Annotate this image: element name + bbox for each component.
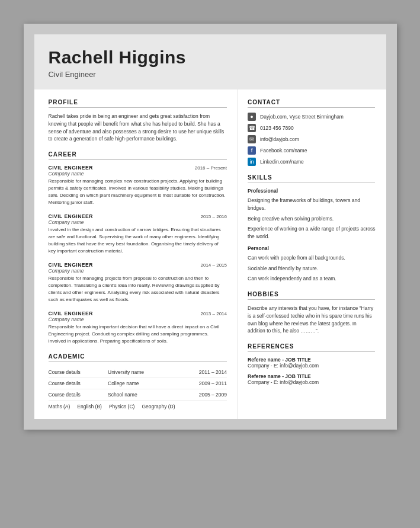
job-header-3: CIVIL ENGINEER 2014 – 2015 bbox=[49, 262, 227, 268]
contact-section-title: CONTACT bbox=[248, 99, 375, 108]
references-section-title: REFERENCES bbox=[248, 343, 375, 352]
skill-personal-3: Can work independently and as a team. bbox=[248, 275, 375, 283]
job-header-2: CIVIL ENGINEER 2015 – 2016 bbox=[49, 213, 227, 219]
job-company-2: Company name bbox=[49, 219, 227, 225]
contact-text-4: Facebook.com/name bbox=[260, 148, 307, 153]
contact-text-1: Dayjob.com, Vyse Street Birmingham bbox=[260, 114, 344, 120]
job-title-3: CIVIL ENGINEER bbox=[49, 262, 93, 268]
job-dates-4: 2013 – 2014 bbox=[201, 311, 227, 316]
skill-professional-1: Designing the frameworks of buildings, t… bbox=[248, 197, 375, 212]
contact-text-5: Linkedin.com/name bbox=[260, 159, 304, 165]
reference-1: Referee name - JOB TITLE Company - E: in… bbox=[248, 357, 375, 369]
academic-row-3: Course details School name 2005 – 2009 bbox=[49, 389, 227, 401]
job-desc-3: Responsible for managing projects from p… bbox=[49, 275, 227, 303]
job-desc-1: Responsible for managing complex new con… bbox=[49, 178, 227, 206]
job-entry-1: CIVIL ENGINEER 2016 – Present Company na… bbox=[49, 165, 227, 206]
skill-personal-2: Sociable and friendly by nature. bbox=[248, 265, 375, 273]
academic-course-1: Course details bbox=[49, 369, 108, 375]
skills-personal-label: Personal bbox=[248, 245, 375, 251]
skills-professional-label: Professional bbox=[248, 188, 375, 194]
academic-dates-3: 2005 – 2009 bbox=[168, 392, 227, 398]
job-header-4: CIVIL ENGINEER 2013 – 2014 bbox=[49, 311, 227, 316]
job-desc-4: Responsible for making important decisio… bbox=[49, 324, 227, 345]
hobbies-section-title: HOBBIES bbox=[248, 291, 375, 300]
job-company-3: Company name bbox=[49, 268, 227, 274]
email-icon: ✉ bbox=[248, 135, 256, 143]
resume-content: PROFILE Rachell takes pride in being an … bbox=[34, 89, 386, 419]
right-column: CONTACT ● Dayjob.com, Vyse Street Birmin… bbox=[238, 89, 386, 419]
job-company-4: Company name bbox=[49, 316, 227, 322]
contact-text-3: info@dayjob.com bbox=[260, 136, 299, 142]
job-header-1: CIVIL ENGINEER 2016 – Present bbox=[49, 165, 227, 171]
hobbies-text: Describe any interests that you have, fo… bbox=[248, 305, 375, 335]
academic-dates-2: 2009 – 2011 bbox=[168, 380, 227, 386]
gcse-row: Maths (A) English (B) Physics (C) Geogra… bbox=[49, 401, 227, 409]
job-dates-3: 2014 – 2015 bbox=[201, 263, 227, 268]
left-column: PROFILE Rachell takes pride in being an … bbox=[34, 89, 239, 419]
profile-section-title: PROFILE bbox=[49, 99, 227, 108]
ref-name-2: Referee name - JOB TITLE bbox=[248, 373, 375, 379]
academic-course-3: Course details bbox=[49, 392, 108, 398]
ref-company-2: Company - E: info@dayjob.com bbox=[248, 379, 375, 385]
skills-section-title: SKILLS bbox=[248, 174, 375, 183]
gcse-item-2: English (B) bbox=[77, 404, 102, 409]
job-entry-2: CIVIL ENGINEER 2015 – 2016 Company name … bbox=[49, 213, 227, 255]
contact-item-1: ● Dayjob.com, Vyse Street Birmingham bbox=[248, 113, 375, 121]
job-title-2: CIVIL ENGINEER bbox=[49, 213, 93, 219]
academic-inst-2: College name bbox=[108, 380, 168, 386]
job-dates-2: 2015 – 2016 bbox=[201, 214, 227, 219]
reference-2: Referee name - JOB TITLE Company - E: in… bbox=[248, 373, 375, 385]
gcse-item-1: Maths (A) bbox=[49, 404, 70, 409]
page-wrapper: Rachell Higgins Civil Engineer PROFILE R… bbox=[24, 24, 397, 430]
job-title-4: CIVIL ENGINEER bbox=[49, 311, 93, 316]
job-company-1: Company name bbox=[49, 171, 227, 177]
job-title-1: CIVIL ENGINEER bbox=[49, 165, 93, 171]
profile-text: Rachell takes pride in being an engineer… bbox=[49, 113, 227, 143]
contact-item-5: in Linkedin.com/name bbox=[248, 158, 375, 166]
candidate-title: Civil Engineer bbox=[49, 70, 372, 79]
career-section-title: CAREER bbox=[49, 151, 227, 160]
ref-name-1: Referee name - JOB TITLE bbox=[248, 357, 375, 363]
resume-header: Rachell Higgins Civil Engineer bbox=[34, 34, 386, 89]
resume-document: Rachell Higgins Civil Engineer PROFILE R… bbox=[34, 34, 386, 419]
ref-company-1: Company - E: info@dayjob.com bbox=[248, 363, 375, 369]
linkedin-icon: in bbox=[248, 158, 256, 166]
job-desc-2: Involved in the design and construction … bbox=[49, 226, 227, 255]
skill-professional-2: Being creative when solving problems. bbox=[248, 215, 375, 223]
candidate-name: Rachell Higgins bbox=[49, 47, 372, 68]
academic-row-1: Course details University name 2011 – 20… bbox=[49, 367, 227, 378]
skill-personal-1: Can work with people from all background… bbox=[248, 254, 375, 262]
academic-inst-3: School name bbox=[108, 392, 168, 398]
academic-row-2: Course details College name 2009 – 2011 bbox=[49, 378, 227, 389]
academic-section-title: ACADEMIC bbox=[49, 353, 227, 362]
contact-item-3: ✉ info@dayjob.com bbox=[248, 135, 375, 143]
academic-dates-1: 2011 – 2014 bbox=[168, 369, 227, 375]
skill-professional-3: Experience of working on a wide range of… bbox=[248, 225, 375, 241]
gcse-item-3: Physics (C) bbox=[109, 404, 134, 409]
globe-icon: ● bbox=[248, 113, 256, 121]
phone-icon: ☎ bbox=[248, 124, 256, 132]
job-entry-3: CIVIL ENGINEER 2014 – 2015 Company name … bbox=[49, 262, 227, 303]
contact-item-2: ☎ 0123 456 7890 bbox=[248, 124, 375, 132]
facebook-icon: f bbox=[248, 146, 256, 155]
job-dates-1: 2016 – Present bbox=[195, 165, 227, 171]
contact-item-4: f Facebook.com/name bbox=[248, 146, 375, 155]
job-entry-4: CIVIL ENGINEER 2013 – 2014 Company name … bbox=[49, 311, 227, 345]
gcse-item-4: Geography (D) bbox=[142, 404, 175, 409]
academic-course-2: Course details bbox=[49, 380, 108, 386]
contact-text-2: 0123 456 7890 bbox=[260, 125, 294, 131]
academic-inst-1: University name bbox=[108, 369, 168, 375]
